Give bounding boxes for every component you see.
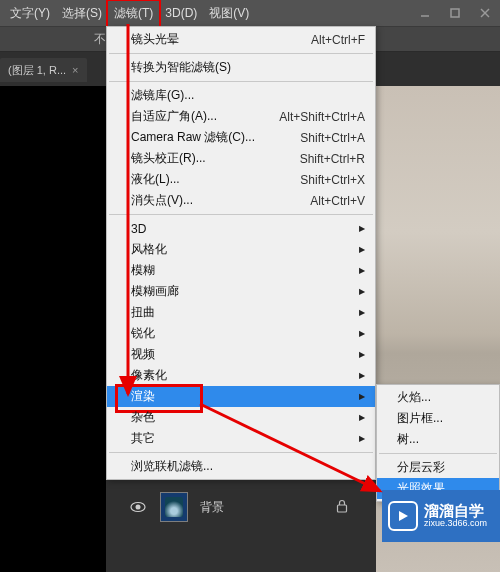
menu-item-label: 镜头光晕: [131, 31, 179, 48]
menu-item-shortcut: Shift+Ctrl+X: [300, 173, 365, 187]
layer-thumbnail[interactable]: [160, 492, 188, 522]
menu-text[interactable]: 文字(Y): [4, 1, 56, 26]
watermark-logo-icon: [388, 501, 418, 531]
menu-item-label: 浏览联机滤镜...: [131, 458, 213, 475]
menu-item-shortcut: Shift+Ctrl+R: [300, 152, 365, 166]
submenu-arrow-icon: ▶: [359, 266, 365, 275]
menu-item-label: Camera Raw 滤镜(C)...: [131, 129, 255, 146]
close-button[interactable]: [470, 1, 500, 25]
menu-item-label: 镜头校正(R)...: [131, 150, 206, 167]
menu-separator: [109, 452, 373, 453]
submenu-arrow-icon: ▶: [359, 287, 365, 296]
menu-item-label: 模糊: [131, 262, 155, 279]
menu-item-label: 杂色: [131, 409, 155, 426]
menu-item-shortcut: Alt+Ctrl+F: [311, 33, 365, 47]
svg-marker-7: [399, 511, 408, 521]
submenu-arrow-icon: ▶: [359, 413, 365, 422]
menu-item-2[interactable]: 转换为智能滤镜(S): [107, 57, 375, 78]
svg-rect-1: [451, 9, 459, 17]
visibility-icon[interactable]: [130, 499, 146, 515]
menu-item-23[interactable]: 浏览联机滤镜...: [107, 456, 375, 477]
layers-panel-row[interactable]: 背景: [130, 490, 224, 524]
menu-item-11[interactable]: 3D▶: [107, 218, 375, 239]
menu-item-4[interactable]: 滤镜库(G)...: [107, 85, 375, 106]
submenu-arrow-icon: ▶: [359, 350, 365, 359]
submenu-item-label: 火焰...: [397, 389, 431, 406]
menu-item-13[interactable]: 模糊▶: [107, 260, 375, 281]
menu-item-0[interactable]: 镜头光晕Alt+Ctrl+F: [107, 29, 375, 50]
menu-item-14[interactable]: 模糊画廊▶: [107, 281, 375, 302]
submenu-item-label: 树...: [397, 431, 419, 448]
submenu-arrow-icon: ▶: [359, 371, 365, 380]
menu-item-label: 视频: [131, 346, 155, 363]
menu-item-7[interactable]: 镜头校正(R)...Shift+Ctrl+R: [107, 148, 375, 169]
menu-item-label: 风格化: [131, 241, 167, 258]
menu-item-9[interactable]: 消失点(V)...Alt+Ctrl+V: [107, 190, 375, 211]
menu-item-16[interactable]: 锐化▶: [107, 323, 375, 344]
menubar: 文字(Y) 选择(S) 滤镜(T) 3D(D) 视图(V): [0, 0, 500, 26]
tab-close-icon[interactable]: ×: [72, 64, 78, 76]
render-submenu: 火焰...图片框...树...分层云彩光照效果...: [376, 384, 500, 502]
menu-item-label: 扭曲: [131, 304, 155, 321]
menu-item-label: 3D: [131, 222, 146, 236]
menu-item-17[interactable]: 视频▶: [107, 344, 375, 365]
watermark-sub: zixue.3d66.com: [424, 519, 487, 529]
menu-item-label: 渲染: [131, 388, 155, 405]
window-controls: [410, 1, 500, 25]
lock-icon: [336, 499, 348, 516]
menu-item-label: 转换为智能滤镜(S): [131, 59, 231, 76]
filter-dropdown: 镜头光晕Alt+Ctrl+F转换为智能滤镜(S)滤镜库(G)...自适应广角(A…: [106, 26, 376, 480]
menu-item-6[interactable]: Camera Raw 滤镜(C)...Shift+Ctrl+A: [107, 127, 375, 148]
menu-item-12[interactable]: 风格化▶: [107, 239, 375, 260]
submenu-arrow-icon: ▶: [359, 434, 365, 443]
menu-item-label: 自适应广角(A)...: [131, 108, 217, 125]
menu-item-20[interactable]: 杂色▶: [107, 407, 375, 428]
menu-item-label: 模糊画廊: [131, 283, 179, 300]
menu-select[interactable]: 选择(S): [56, 1, 108, 26]
menu-item-label: 像素化: [131, 367, 167, 384]
watermark-main: 溜溜自学: [424, 503, 487, 520]
submenu-arrow-icon: ▶: [359, 392, 365, 401]
submenu-item-label: 图片框...: [397, 410, 443, 427]
submenu-item-4[interactable]: 分层云彩: [377, 457, 499, 478]
watermark: 溜溜自学 zixue.3d66.com: [382, 490, 500, 542]
menu-item-label: 其它: [131, 430, 155, 447]
submenu-item-2[interactable]: 树...: [377, 429, 499, 450]
menu-item-shortcut: Shift+Ctrl+A: [300, 131, 365, 145]
menu-separator: [109, 214, 373, 215]
menu-item-21[interactable]: 其它▶: [107, 428, 375, 449]
menu-item-label: 锐化: [131, 325, 155, 342]
menu-item-label: 滤镜库(G)...: [131, 87, 194, 104]
tab-label: (图层 1, R...: [8, 63, 66, 78]
menu-item-19[interactable]: 渲染▶: [107, 386, 375, 407]
document-tab[interactable]: (图层 1, R... ×: [0, 58, 87, 82]
layer-name: 背景: [200, 499, 224, 516]
submenu-arrow-icon: ▶: [359, 329, 365, 338]
svg-point-5: [136, 505, 141, 510]
menu-item-8[interactable]: 液化(L)...Shift+Ctrl+X: [107, 169, 375, 190]
canvas-left: [0, 86, 106, 572]
menu-item-15[interactable]: 扭曲▶: [107, 302, 375, 323]
menu-item-shortcut: Alt+Shift+Ctrl+A: [279, 110, 365, 124]
submenu-arrow-icon: ▶: [359, 224, 365, 233]
svg-rect-6: [338, 505, 347, 512]
menu-item-5[interactable]: 自适应广角(A)...Alt+Shift+Ctrl+A: [107, 106, 375, 127]
menu-filter[interactable]: 滤镜(T): [108, 1, 159, 26]
menu-view[interactable]: 视图(V): [203, 1, 255, 26]
menu-item-label: 液化(L)...: [131, 171, 180, 188]
submenu-item-1[interactable]: 图片框...: [377, 408, 499, 429]
menu-item-shortcut: Alt+Ctrl+V: [310, 194, 365, 208]
maximize-button[interactable]: [440, 1, 470, 25]
menu-3d[interactable]: 3D(D): [159, 2, 203, 24]
menu-item-18[interactable]: 像素化▶: [107, 365, 375, 386]
options-text: 不: [94, 31, 106, 48]
submenu-arrow-icon: ▶: [359, 245, 365, 254]
menu-separator: [379, 453, 497, 454]
minimize-button[interactable]: [410, 1, 440, 25]
menu-separator: [109, 81, 373, 82]
submenu-item-0[interactable]: 火焰...: [377, 387, 499, 408]
menu-item-label: 消失点(V)...: [131, 192, 193, 209]
submenu-arrow-icon: ▶: [359, 308, 365, 317]
submenu-item-label: 分层云彩: [397, 459, 445, 476]
menu-separator: [109, 53, 373, 54]
